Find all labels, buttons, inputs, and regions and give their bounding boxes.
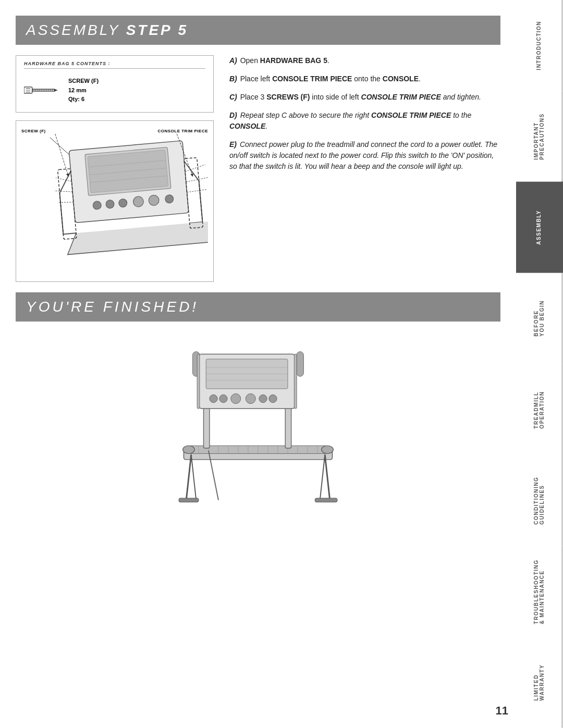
hardware-desc: SCREW (F) 12 mm Qty: 6 xyxy=(68,77,99,104)
instruction-c-text: Place 3 SCREWS (F) into side of left CON… xyxy=(240,93,481,101)
svg-rect-79 xyxy=(197,354,200,409)
svg-point-55 xyxy=(183,446,195,453)
svg-point-56 xyxy=(322,446,334,453)
instruction-c: C) Place 3 SCREWS (F) into side of left … xyxy=(229,92,500,103)
right-column: A) Open HARDWARE BAG 5. B) Place left CO… xyxy=(229,55,500,282)
hardware-bag-box: HARDWARE BAG 5 CONTENTS : xyxy=(16,55,214,113)
instruction-b-text: Place left CONSOLE TRIM PIECE onto the C… xyxy=(240,75,421,83)
finished-title: YOU'RE FINISHED! xyxy=(26,299,199,315)
svg-line-60 xyxy=(325,454,330,500)
finished-header: YOU'RE FINISHED! xyxy=(16,292,500,322)
sidebar-tab-troubleshooting-label: TROUBLESHOOTING& MAINTENANCE xyxy=(533,559,545,624)
sidebar-tab-introduction-label: INTRODUCTION xyxy=(536,21,542,70)
letter-d: D) xyxy=(229,111,237,119)
svg-line-59 xyxy=(320,454,325,500)
sidebar-tab-precautions[interactable]: IMPORTANTPRECAUTIONS xyxy=(516,91,563,182)
sidebar-tab-before[interactable]: BEFOREYOU BEGIN xyxy=(516,273,563,364)
hardware-item: SCREW (F) 12 mm Qty: 6 xyxy=(24,74,205,107)
svg-marker-16 xyxy=(54,89,58,92)
instruction-a-text: Open HARDWARE BAG 5. xyxy=(240,56,329,65)
sidebar-tab-operation[interactable]: TREADMILLOPERATION xyxy=(516,364,563,455)
sidebar-tab-troubleshooting[interactable]: TROUBLESHOOTING& MAINTENANCE xyxy=(516,546,563,637)
diagram-console-label: CONSOLE TRIM PIECE xyxy=(157,129,208,133)
step-number: 5 xyxy=(178,22,189,38)
sidebar-tab-conditioning-label: CONDITIONINGGUIDELINES xyxy=(533,477,545,525)
sidebar-tab-assembly[interactable]: ASSEMBLY xyxy=(516,182,563,273)
sidebar-tab-warranty-label: LIMITEDWARRANTY xyxy=(533,664,545,701)
console-diagram xyxy=(21,126,208,276)
svg-rect-62 xyxy=(315,498,337,502)
sidebar-tab-assembly-label: ASSEMBLY xyxy=(536,210,542,245)
main-content: ASSEMBLY STEP 5 HARDWARE BAG 5 CONTENTS … xyxy=(0,0,516,728)
treadmill-full-diagram xyxy=(159,340,357,517)
svg-point-78 xyxy=(269,394,277,402)
hardware-bag-label: HARDWARE BAG 5 CONTENTS : xyxy=(24,61,205,69)
instruction-d-text: Repeat step C above to secure the right … xyxy=(229,111,471,130)
svg-point-74 xyxy=(219,394,227,402)
screw-qty: Qty: 6 xyxy=(68,95,99,104)
svg-point-77 xyxy=(259,394,267,402)
instruction-a: A) Open HARDWARE BAG 5. xyxy=(229,55,500,66)
sidebar-tab-warranty[interactable]: LIMITEDWARRANTY xyxy=(516,637,563,728)
svg-rect-67 xyxy=(297,352,303,377)
assembly-label: ASSEMBLY xyxy=(26,22,120,38)
sidebar-tab-before-label: BEFOREYOU BEGIN xyxy=(533,300,545,337)
svg-point-76 xyxy=(246,393,255,403)
instruction-e: E) Connect power plug to the treadmill a… xyxy=(229,139,500,172)
diagram-screw-label: SCREW (F) xyxy=(21,129,46,133)
svg-line-31 xyxy=(54,189,72,193)
svg-rect-4 xyxy=(32,90,55,92)
svg-point-75 xyxy=(231,393,241,403)
step-label: STEP xyxy=(126,22,172,38)
svg-line-58 xyxy=(191,454,197,500)
sidebar-tab-precautions-label: IMPORTANTPRECAUTIONS xyxy=(533,113,545,159)
letter-e: E) xyxy=(229,140,237,149)
letter-b: B) xyxy=(229,75,237,83)
svg-rect-61 xyxy=(179,498,199,502)
svg-line-35 xyxy=(187,189,207,192)
letter-c: C) xyxy=(229,93,237,101)
page-number: 11 xyxy=(496,704,508,718)
instruction-b: B) Place left CONSOLE TRIM PIECE onto th… xyxy=(229,73,500,84)
sidebar-tab-operation-label: TREADMILLOPERATION xyxy=(533,391,545,428)
sidebar-tab-conditioning[interactable]: CONDITIONINGGUIDELINES xyxy=(516,455,563,546)
step-title: ASSEMBLY STEP 5 xyxy=(26,22,188,38)
step-header: ASSEMBLY STEP 5 xyxy=(16,16,500,45)
letter-a: A) xyxy=(229,56,237,65)
left-column: HARDWARE BAG 5 CONTENTS : xyxy=(16,55,214,282)
instruction-d: D) Repeat step C above to secure the rig… xyxy=(229,110,500,132)
sidebar-tabs: INTRODUCTION IMPORTANTPRECAUTIONS ASSEMB… xyxy=(516,0,563,728)
sidebar-tab-introduction[interactable]: INTRODUCTION xyxy=(516,0,563,91)
screw-size: 12 mm xyxy=(68,86,99,95)
svg-line-57 xyxy=(186,454,191,500)
diagram-box: SCREW (F) CONSOLE TRIM PIECE xyxy=(16,120,214,282)
finished-image-area xyxy=(16,332,500,525)
svg-rect-80 xyxy=(294,354,297,409)
screw-icon xyxy=(24,82,60,98)
instruction-e-text: Connect power plug to the treadmill and … xyxy=(229,140,497,170)
two-column-layout: HARDWARE BAG 5 CONTENTS : xyxy=(16,55,500,282)
screw-name: SCREW (F) xyxy=(68,77,99,86)
svg-point-73 xyxy=(210,394,217,402)
